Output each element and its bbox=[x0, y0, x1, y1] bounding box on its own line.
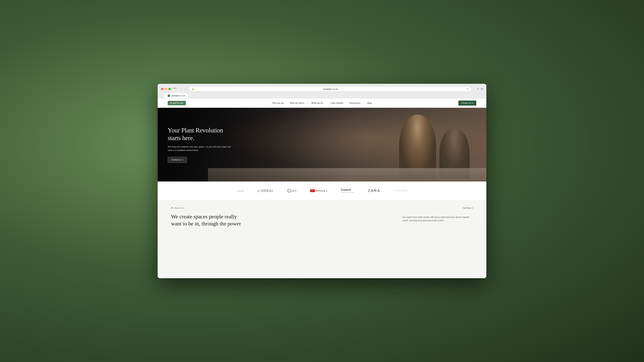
client-logos-section: CBRE L'ORÉAL ● JLL F1 Formula 1 Cadent Y… bbox=[158, 182, 486, 200]
browser-navigation: ‹ › bbox=[180, 87, 187, 91]
back-button[interactable]: ‹ bbox=[180, 87, 182, 91]
wwd-heading: We create spaces people really want to b… bbox=[171, 213, 255, 227]
hero-contact-us-button[interactable]: Contact Us ▸ bbox=[168, 157, 187, 163]
nav-who-we-are[interactable]: Who we are bbox=[272, 102, 284, 104]
minimize-button[interactable] bbox=[165, 88, 167, 90]
close-button[interactable] bbox=[161, 88, 163, 90]
lock-icon: 🔒 bbox=[192, 88, 194, 90]
sidebar-toggle-button[interactable] bbox=[174, 88, 177, 90]
arrow-right-icon: ▸ bbox=[182, 159, 184, 161]
extensions-icon[interactable]: ⊞ bbox=[481, 87, 483, 90]
url-text[interactable]: plantplan.co.uk bbox=[196, 88, 465, 90]
logo-formula1: F1 Formula 1 bbox=[310, 189, 328, 192]
forward-button[interactable]: › bbox=[184, 87, 186, 91]
nav-resources[interactable]: Resources ▾ bbox=[350, 102, 362, 104]
wwd-header: ✿ What we do Our Story ▸ bbox=[171, 207, 473, 209]
what-we-do-section: ✿ What we do Our Story ▸ We create space… bbox=[158, 200, 486, 278]
jll-circle-icon: ● bbox=[287, 189, 291, 193]
arrow-right-icon: ▸ bbox=[472, 207, 473, 209]
nav-case-studies[interactable]: Case Studies bbox=[330, 102, 343, 104]
wwd-heading-area: We create spaces people really want to b… bbox=[171, 213, 319, 227]
tab-favicon: 🌿 bbox=[168, 94, 170, 97]
wwd-description: Our expert team works closely with you t… bbox=[402, 214, 473, 222]
tab-label: plantplan.co.uk bbox=[172, 94, 185, 97]
nav-who-we-serve[interactable]: Who we serve ▾ bbox=[290, 102, 305, 104]
hero-content: Your Plant Revolution starts here. We br… bbox=[168, 126, 232, 163]
wwd-label: ✿ What we do bbox=[171, 207, 184, 209]
nav-what-we-do[interactable]: What we do ▾ bbox=[312, 102, 324, 104]
arrow-right-icon: ▸ bbox=[472, 102, 473, 104]
hero-section: Your Plant Revolution starts here. We br… bbox=[158, 108, 486, 182]
new-tab-icon[interactable]: + bbox=[477, 87, 479, 91]
site-navigation: PLANTPLAN Who we are Who we serve ▾ What… bbox=[158, 98, 486, 108]
fullscreen-button[interactable] bbox=[168, 88, 171, 90]
browser-window: ‹ › 🔒 plantplan.co.uk ↻ ↑ + ⊞ 🌿 plantpla… bbox=[158, 84, 486, 278]
active-tab[interactable]: 🌿 plantplan.co.uk bbox=[164, 93, 188, 98]
nav-blog[interactable]: Blog bbox=[368, 102, 372, 104]
share-icon[interactable]: ↑ bbox=[474, 88, 475, 90]
chevron-down-icon: ▾ bbox=[360, 102, 362, 104]
hero-title: Your Plant Revolution starts here. bbox=[168, 126, 232, 142]
logo-cadent: Cadent Your Gas Network bbox=[341, 188, 354, 193]
nav-links: Who we are Who we serve ▾ What we do ▾ C… bbox=[272, 102, 372, 104]
logo-peldon: ⊘ PELDON bbox=[394, 189, 407, 192]
leaf-icon: ✿ bbox=[171, 207, 173, 209]
logo-jll: ● JLL bbox=[287, 189, 297, 193]
logo-cbre: CBRE bbox=[236, 189, 244, 192]
wwd-content: We create spaces people really want to b… bbox=[171, 213, 473, 227]
browser-actions: ↑ + ⊞ bbox=[474, 87, 483, 91]
traffic-lights bbox=[161, 88, 171, 90]
website-content: PLANTPLAN Who we are Who we serve ▾ What… bbox=[158, 98, 486, 278]
hero-subtitle: We bring the outdoors into your space, s… bbox=[168, 145, 232, 152]
our-story-link[interactable]: Our Story ▸ bbox=[463, 207, 473, 209]
f1-badge: F1 bbox=[310, 189, 315, 192]
nav-contact-us-button[interactable]: Contact Us ▸ bbox=[458, 100, 476, 106]
reload-button[interactable]: ↻ bbox=[466, 88, 468, 90]
site-logo[interactable]: PLANTPLAN bbox=[168, 101, 186, 105]
tab-bar: 🌿 plantplan.co.uk bbox=[161, 93, 483, 98]
chevron-down-icon: ▾ bbox=[324, 102, 324, 104]
logo-zara: ZARA bbox=[368, 189, 380, 193]
chevron-down-icon: ▾ bbox=[304, 102, 306, 104]
browser-chrome: ‹ › 🔒 plantplan.co.uk ↻ ↑ + ⊞ 🌿 plantpla… bbox=[158, 84, 486, 98]
address-bar[interactable]: 🔒 plantplan.co.uk ↻ bbox=[189, 86, 471, 91]
logo-loreal: L'ORÉAL bbox=[258, 189, 274, 193]
wwd-description-area: Our expert team works closely with you t… bbox=[325, 213, 473, 222]
